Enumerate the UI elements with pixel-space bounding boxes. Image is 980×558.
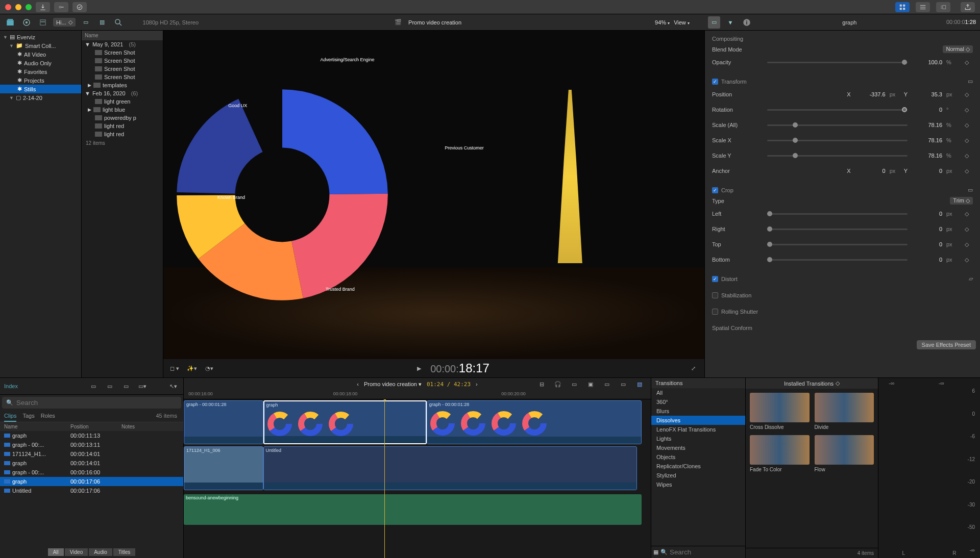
browser-header-name[interactable]: Name [82,31,163,40]
rotation-dial[interactable] [767,109,908,111]
transform-reset-icon[interactable]: ▭ [968,78,973,85]
browser-item[interactable]: Screen Shot [82,57,163,65]
keyframe-button[interactable]: ◇ [961,56,973,68]
minimize-window[interactable] [15,4,21,10]
sc-stills[interactable]: ✱Stills [0,85,81,93]
filter-video[interactable]: Video [65,548,88,556]
index-title[interactable]: Index [4,383,18,389]
scale-all-value[interactable]: 78.16 [912,122,942,128]
import-button[interactable] [36,2,50,12]
browser-item[interactable]: light red [82,130,163,138]
trans-cat-stylized[interactable]: Stylized [651,471,745,480]
crop-left-value[interactable]: 0 [912,211,942,217]
timeline-tracks[interactable]: graph - 00:00:01:28 graph graph - 00:00:… [184,399,651,558]
browser-item[interactable]: light green [82,97,163,106]
viewer-canvas[interactable]: Advertising/Search Engine Previous Custo… [163,31,704,359]
library-root[interactable]: ▼▤Everviz [0,33,81,41]
audio-skimming-toggle[interactable]: 🎧 [552,378,564,390]
trans-cat-360[interactable]: 360° [651,397,745,407]
sc-all-video[interactable]: ✱All Video [0,50,81,59]
browser-item[interactable]: poweredby p [82,114,163,122]
transform-tool[interactable]: ◻ ▾ [168,362,181,374]
distort-reset-icon[interactable]: ▱ [969,275,973,282]
scale-all-slider[interactable] [767,124,908,126]
transform-header[interactable]: ✓Transform▭ [712,76,973,87]
trans-cat-blurs[interactable]: Blurs [651,407,745,416]
index-row[interactable]: graph - 00:...00:00:13:11 [0,440,183,449]
info-inspector-tab[interactable]: i [741,16,753,29]
timeline-clip[interactable]: graph - 00:00:01:28 [184,400,263,444]
timeline-ruler[interactable]: 00:00:16:00 00:00:18:00 00:00:20:00 [184,390,651,399]
browser-item[interactable]: Screen Shot [82,65,163,73]
tl-layout-1[interactable]: ▭ [601,378,613,390]
scale-y-slider[interactable] [767,155,908,157]
trans-cat-all[interactable]: All [651,388,745,397]
crop-top-slider[interactable] [767,244,908,245]
keyframe-button[interactable]: ◇ [961,104,973,116]
index-row[interactable]: 171124_H1...00:00:14:01 [0,449,183,459]
keyframe-button[interactable]: ◇ [961,223,973,235]
blend-mode-select[interactable]: Normal ◇ [943,45,973,53]
browser-item[interactable]: Screen Shot [82,73,163,81]
browser-group-1[interactable]: ▼Feb 16, 2020 (6) [82,89,163,97]
snapping-toggle[interactable]: ▣ [584,378,597,390]
maximize-window[interactable] [26,4,32,10]
trans-cat-movements[interactable]: Movements [651,443,745,452]
clip-appearance-icon[interactable]: ▭ [80,16,92,29]
transition-cross-dissolve[interactable]: Cross Dissolve [750,393,810,430]
background-tasks-button[interactable] [72,2,87,12]
distort-header[interactable]: ✓Distort▱ [712,273,973,284]
grid-view-button[interactable] [895,2,910,12]
keyframe-button[interactable]: ◇ [961,134,973,146]
keyframe-button[interactable]: ◇ [961,88,973,100]
index-tool-3[interactable]: ▭ [120,380,132,392]
save-effects-preset-button[interactable]: Save Effects Preset [917,340,976,349]
index-row[interactable]: graph00:00:14:01 [0,459,183,468]
transitions-grid-header[interactable]: Installed Transitions ◇ [746,378,878,389]
crop-header[interactable]: ✓Crop▭ [712,185,973,195]
sc-favorites[interactable]: ✱Favorites [0,67,81,76]
timeline-clip-selected[interactable]: graph [263,400,427,444]
opacity-slider[interactable] [767,62,908,63]
scale-y-value[interactable]: 78.16 [912,153,942,159]
titles-icon[interactable] [37,16,49,29]
anchor-x[interactable]: 0 [855,168,886,174]
crop-type-select[interactable]: Trim ◇ [950,197,973,205]
index-tool-1[interactable]: ▭ [87,380,100,392]
transition-divide[interactable]: Divide [815,393,874,430]
filmstrip-icon[interactable]: ▥ [96,16,108,29]
zoom-level[interactable]: 94% ▾ [655,19,670,26]
skimming-toggle[interactable]: ⊟ [535,378,548,390]
transition-flow[interactable]: Flow [815,435,874,472]
stabilization-header[interactable]: Stabilization [712,290,973,300]
timeline-clip[interactable]: graph - 00:00:01:28 [427,400,642,444]
crop-top-value[interactable]: 0 [912,241,942,247]
opacity-value[interactable]: 100.0 [912,59,942,65]
pointer-tool[interactable]: ↖▾ [167,380,179,392]
crop-right-value[interactable]: 0 [912,226,942,232]
list-view-button[interactable] [916,2,930,12]
video-inspector-tab[interactable]: ▭ [708,16,720,29]
effects-browser-toggle[interactable]: ▧ [633,378,646,390]
tl-layout-2[interactable]: ▭ [617,378,629,390]
rotation-value[interactable]: 0 [912,107,942,113]
keyword-button[interactable] [54,2,68,12]
keyframe-button[interactable]: ◇ [961,238,973,250]
timeline-clip[interactable]: Untitled [263,446,637,490]
browser-item[interactable]: light red [82,122,163,130]
crop-right-slider[interactable] [767,229,908,230]
trans-cat-lenofx[interactable]: LenoFX Flat Transitions [651,425,745,434]
crop-reset-icon[interactable]: ▭ [968,187,973,193]
browser-item[interactable]: ▶templates [82,81,163,89]
photos-icon[interactable] [20,16,33,29]
search-icon[interactable] [112,16,125,29]
index-row[interactable]: graph - 00:...00:00:16:00 [0,468,183,477]
position-x[interactable]: -337.6 [855,91,886,97]
scale-x-slider[interactable] [767,140,908,141]
anchor-y[interactable]: 0 [912,168,942,174]
sc-projects[interactable]: ✱Projects [0,76,81,85]
position-y[interactable]: 35.3 [912,91,942,97]
transition-fade-to-color[interactable]: Fade To Color [750,435,810,472]
filter-audio[interactable]: Audio [89,548,112,556]
smart-collections[interactable]: ▼📁Smart Coll... [0,41,81,50]
